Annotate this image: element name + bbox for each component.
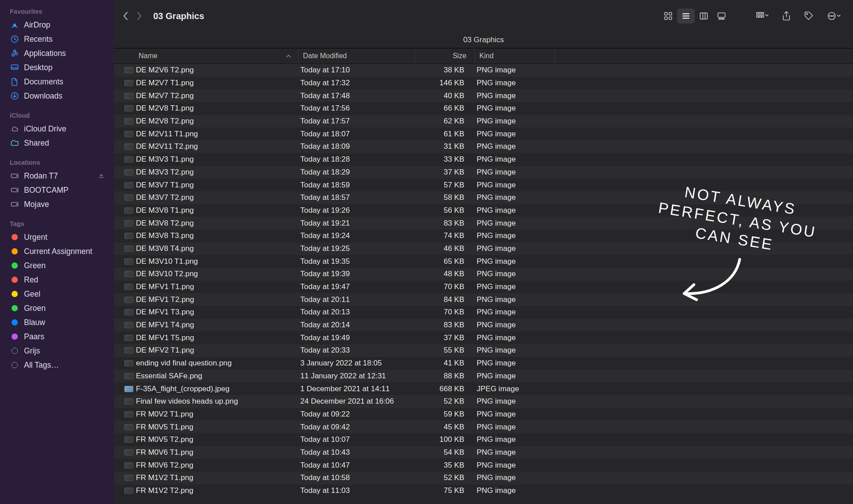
file-row[interactable]: ▸ DE M3V8 T1.png Today at 19:26 56 KB PN… [114, 204, 853, 217]
file-thumbnail-icon [124, 233, 133, 239]
sidebar-item-icloud-drive[interactable]: iCloud Drive [0, 122, 114, 136]
file-row[interactable]: ▸ F-35A_flight_(cropped).jpeg 1 December… [114, 382, 853, 395]
file-kind: PNG image [472, 461, 552, 470]
file-thumbnail-icon [124, 271, 133, 277]
sidebar-item-bootcamp[interactable]: BOOTCAMP [0, 183, 114, 197]
share-button[interactable] [777, 8, 795, 24]
file-row[interactable]: ▸ DE MFV2 T1.png Today at 20:33 55 KB PN… [114, 344, 853, 357]
column-header-kind[interactable]: Kind [475, 48, 555, 63]
file-kind: PNG image [472, 91, 552, 100]
file-row[interactable]: ▸ DE M2V8 T2.png Today at 17:57 62 KB PN… [114, 115, 853, 128]
svg-rect-13 [665, 17, 667, 20]
sidebar-item-groen[interactable]: Groen [0, 301, 114, 315]
file-date: Today at 10:07 [296, 435, 412, 444]
sidebar-item-mojave[interactable]: Mojave [0, 197, 114, 211]
file-row[interactable]: ▸ DE M2V7 T1.png Today at 17:32 146 KB P… [114, 77, 853, 90]
file-row[interactable]: ▸ FR M1V2 T2.png Today at 11:03 75 KB PN… [114, 484, 853, 497]
file-row[interactable]: ▸ ending vid final question.png 3 Januar… [114, 357, 853, 370]
file-row[interactable]: ▸ DE M3V7 T2.png Today at 18:57 58 KB PN… [114, 191, 853, 204]
file-row[interactable]: ▸ DE M2V7 T2.png Today at 17:48 40 KB PN… [114, 89, 853, 102]
tags-button[interactable] [800, 8, 818, 24]
file-row[interactable]: ▸ DE M3V8 T4.png Today at 19:25 46 KB PN… [114, 242, 853, 255]
hdd-icon [10, 185, 20, 195]
file-row[interactable]: ▸ DE MFV1 T5.png Today at 19:49 37 KB PN… [114, 331, 853, 344]
icon-view-button[interactable] [659, 8, 677, 24]
sidebar-item-grijs[interactable]: Grijs [0, 344, 114, 358]
sidebar-section-title: iCloud [0, 109, 114, 122]
file-row[interactable]: ▸ FR M0V2 T1.png Today at 09:22 59 KB PN… [114, 408, 853, 421]
column-header-name[interactable]: Name [114, 48, 299, 63]
file-row[interactable]: ▸ DE MFV1 T4.png Today at 20:14 83 KB PN… [114, 319, 853, 332]
list-view-button[interactable] [677, 8, 695, 24]
file-row[interactable]: ▸ DE M3V3 T2.png Today at 18:29 37 KB PN… [114, 166, 853, 179]
sidebar-item-red[interactable]: Red [0, 273, 114, 287]
file-date: Today at 17:56 [296, 104, 412, 113]
file-row[interactable]: ▸ DE MFV1 T1.png Today at 19:47 70 KB PN… [114, 281, 853, 294]
eject-icon[interactable] [98, 173, 104, 179]
file-row[interactable]: ▸ DE M2V11 T2.png Today at 18:09 31 KB P… [114, 140, 853, 153]
sidebar-item-urgent[interactable]: Urgent [0, 230, 114, 244]
file-row[interactable]: ▸ DE M2V6 T2.png Today at 17:10 38 KB PN… [114, 64, 853, 77]
group-by-button[interactable] [752, 8, 773, 24]
file-size: 84 KB [412, 295, 472, 304]
file-thumbnail-icon [124, 207, 133, 214]
file-date: Today at 19:21 [296, 219, 412, 228]
file-row[interactable]: ▸ DE M3V3 T1.png Today at 18:28 33 KB PN… [114, 153, 853, 166]
sidebar-item-recents[interactable]: Recents [0, 32, 114, 46]
sidebar-item-airdrop[interactable]: AirDrop [0, 18, 114, 32]
sidebar-item-paars[interactable]: Paars [0, 329, 114, 344]
file-row[interactable]: ▸ FR M0V5 T2.png Today at 10:07 100 KB P… [114, 433, 853, 446]
file-name: ending vid final question.png [136, 359, 296, 368]
gallery-view-button[interactable] [713, 8, 730, 24]
file-row[interactable]: ▸ FR M0V6 T1.png Today at 10:43 54 KB PN… [114, 446, 853, 459]
sidebar-item-geel[interactable]: Geel [0, 287, 114, 301]
file-row[interactable]: ▸ DE MFV1 T2.png Today at 20:11 84 KB PN… [114, 293, 853, 306]
file-thumbnail-icon [124, 284, 133, 290]
sidebar-item-downloads[interactable]: Downloads [0, 89, 114, 103]
file-name: DE MFV1 T1.png [136, 282, 296, 291]
sidebar-item-current-assignment[interactable]: Current Assignment [0, 244, 114, 258]
file-date: Today at 20:33 [296, 346, 412, 355]
file-row[interactable]: ▸ DE M3V10 T1.png Today at 19:35 65 KB P… [114, 255, 853, 268]
sidebar-item-blauw[interactable]: Blauw [0, 315, 114, 329]
file-name: DE M3V3 T2.png [136, 168, 296, 177]
path-bar[interactable]: 03 Graphics [114, 32, 853, 48]
file-row[interactable]: ▸ DE M2V11 T1.png Today at 18:07 61 KB P… [114, 127, 853, 140]
file-row[interactable]: ▸ Essential SAFe.png 11 January 2022 at … [114, 370, 853, 383]
file-size: 75 KB [412, 486, 472, 495]
tag-dot-icon [10, 332, 20, 341]
svg-point-33 [829, 16, 830, 16]
file-thumbnail-icon [124, 118, 133, 124]
column-header-date[interactable]: Date Modified [299, 48, 415, 63]
sidebar-item-green[interactable]: Green [0, 258, 114, 273]
file-row[interactable]: ▸ Final few videos heads up.png 24 Decem… [114, 395, 853, 408]
column-view-button[interactable] [695, 8, 713, 24]
file-row[interactable]: ▸ FR M1V2 T1.png Today at 10:58 52 KB PN… [114, 472, 853, 484]
file-size: 52 KB [412, 397, 472, 406]
column-header-size[interactable]: Size [415, 48, 475, 63]
file-list[interactable]: ▸ DE M2V6 T2.png Today at 17:10 38 KB PN… [114, 64, 853, 504]
more-actions-button[interactable] [823, 8, 845, 24]
back-button[interactable] [122, 11, 128, 21]
forward-button[interactable] [136, 11, 143, 21]
file-row[interactable]: ▸ DE M3V8 T3.png Today at 19:24 74 KB PN… [114, 230, 853, 242]
file-thumbnail-icon [124, 194, 133, 201]
file-name: DE M2V6 T2.png [136, 66, 296, 75]
file-row[interactable]: ▸ FR M0V5 T1.png Today at 09:42 45 KB PN… [114, 421, 853, 433]
file-row[interactable]: ▸ DE MFV1 T3.png Today at 20:13 70 KB PN… [114, 306, 853, 319]
file-row[interactable]: ▸ DE M3V10 T2.png Today at 19:39 48 KB P… [114, 268, 853, 281]
cloud-icon [10, 124, 20, 134]
file-row[interactable]: ▸ DE M3V7 T1.png Today at 18:59 57 KB PN… [114, 179, 853, 191]
desktop-icon [10, 63, 20, 72]
file-row[interactable]: ▸ DE M2V8 T1.png Today at 17:56 66 KB PN… [114, 102, 853, 115]
file-size: 35 KB [412, 461, 472, 470]
sidebar-item-applications[interactable]: Applications [0, 46, 114, 60]
sidebar-item-desktop[interactable]: Desktop [0, 60, 114, 75]
sidebar-item-documents[interactable]: Documents [0, 75, 114, 89]
file-row[interactable]: ▸ FR M0V6 T2.png Today at 10:47 35 KB PN… [114, 459, 853, 472]
file-kind: PNG image [472, 66, 552, 75]
sidebar-item-all-tags-[interactable]: All Tags… [0, 358, 114, 372]
sidebar-item-rodan-t7[interactable]: Rodan T7 [0, 169, 114, 183]
file-row[interactable]: ▸ DE M3V8 T2.png Today at 19:21 83 KB PN… [114, 217, 853, 230]
sidebar-item-shared[interactable]: Shared [0, 136, 114, 150]
